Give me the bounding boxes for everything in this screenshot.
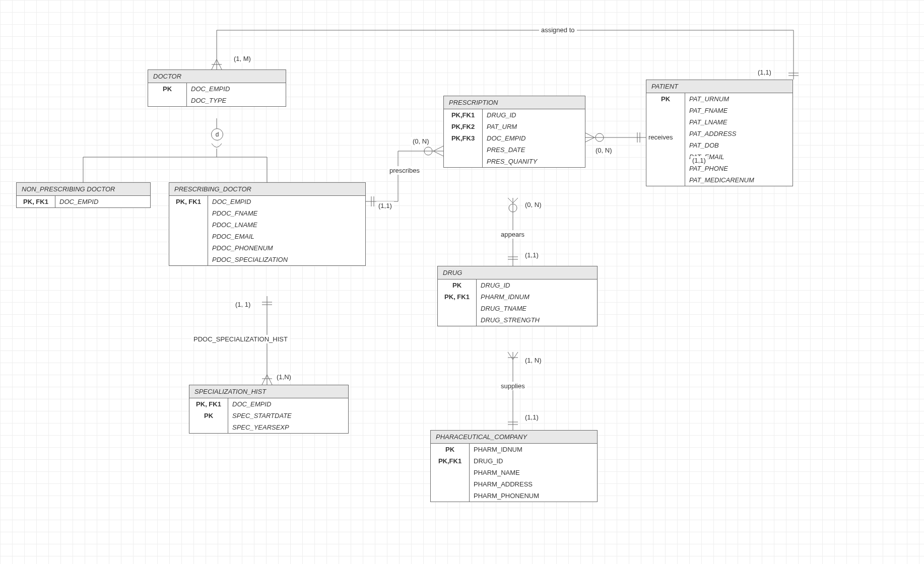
attr-cell: PAT_LNAME	[685, 116, 793, 128]
entity-prescription: PRESCRIPTION PK,FK1DRUG_IDPK,FK2PAT_URMP…	[443, 96, 585, 168]
attr-cell: SPEC_YEARSEXP	[228, 421, 349, 433]
attr-cell: PAT_ADDRESS	[685, 128, 793, 139]
entity-doctor: DOCTOR PKDOC_EMPIDDOC_TYPE	[148, 69, 286, 107]
attr-cell: DOC_EMPID	[228, 398, 349, 410]
entity-prescribing-title: PRESCRIBING_DOCTOR	[169, 183, 365, 196]
key-cell	[646, 105, 685, 116]
key-cell	[444, 144, 483, 156]
key-cell: PK,FK3	[444, 132, 483, 144]
key-cell: PK, FK1	[438, 291, 477, 303]
key-cell	[444, 156, 483, 167]
key-cell	[646, 174, 685, 186]
attr-cell: PDOC_PHONENUM	[208, 242, 366, 254]
rel-receives-label: receives	[646, 133, 675, 142]
key-cell	[431, 478, 470, 490]
key-cell	[169, 231, 208, 242]
rel-receives-card-right: (1,1)	[690, 156, 708, 165]
entity-spec-hist: SPECIALIZATION_HIST PK, FK1DOC_EMPIDPKSP…	[189, 385, 349, 434]
rel-supplies-label: supplies	[499, 382, 527, 390]
entity-prescribing: PRESCRIBING_DOCTOR PK, FK1DOC_EMPIDPDOC_…	[169, 182, 366, 266]
attr-cell: DRUG_TNAME	[477, 303, 598, 314]
attr-cell: PDOC_FNAME	[208, 207, 366, 219]
attr-cell: PHARM_IDNUM	[477, 291, 598, 303]
rel-spechist-label: PDOC_SPECIALIZATION_HIST	[191, 335, 290, 343]
key-cell	[169, 219, 208, 231]
attr-cell: DOC_EMPID	[208, 196, 366, 207]
rel-assigned-card-left: (1, M)	[232, 54, 253, 63]
attr-cell: PHARM_NAME	[470, 467, 598, 478]
key-cell: PK, FK1	[17, 196, 55, 207]
entity-drug-title: DRUG	[438, 266, 597, 279]
rel-prescribes-card-left: (1,1)	[376, 201, 394, 210]
rel-appears-card-bottom: (1,1)	[523, 251, 541, 259]
attr-cell: PRES_QUANITY	[483, 156, 585, 167]
attr-cell: DRUG_STRENGTH	[477, 314, 598, 326]
rel-appears-card-right: (0, N)	[523, 200, 544, 209]
key-cell	[646, 116, 685, 128]
rel-supplies-card-bottom: (1,1)	[523, 413, 541, 421]
key-cell: PK	[646, 93, 685, 105]
key-cell: PK,FK1	[431, 455, 470, 467]
rel-assigned-label: assigned to	[539, 26, 577, 34]
attr-cell: PHARM_IDNUM	[470, 444, 598, 455]
key-cell: PK, FK1	[169, 196, 208, 207]
key-cell	[169, 242, 208, 254]
key-cell: PK	[438, 279, 477, 291]
attr-cell: SPEC_STARTDATE	[228, 410, 349, 421]
attr-cell: PHARM_ADDRESS	[470, 478, 598, 490]
attr-cell: PAT_MEDICARENUM	[685, 174, 793, 186]
entity-non-prescribing-title: NON_PRESCRIBING DOCTOR	[17, 183, 150, 196]
attr-cell: DOC_EMPID	[187, 83, 286, 95]
entity-patient-title: PATIENT	[646, 80, 793, 93]
rel-assigned-card-right: (1,1)	[756, 68, 773, 77]
attr-cell: PRES_DATE	[483, 144, 585, 156]
key-cell: PK, FK1	[189, 398, 228, 410]
entity-doctor-title: DOCTOR	[148, 70, 286, 83]
entity-non-prescribing: NON_PRESCRIBING DOCTOR PK, FK1DOC_EMPID	[16, 182, 151, 208]
entity-prescription-title: PRESCRIPTION	[444, 96, 585, 109]
rel-receives-card-left: (0, N)	[593, 146, 614, 155]
attr-cell: PAT_FNAME	[685, 105, 793, 116]
disjoint-indicator: d	[211, 128, 223, 140]
attr-cell: PDOC_SPECIALIZATION	[208, 254, 366, 265]
attr-cell: PHARM_PHONENUM	[470, 490, 598, 502]
entity-pharma-title: PHARACEUTICAL_COMPANY	[431, 431, 597, 444]
attr-cell: PDOC_EMAIL	[208, 231, 366, 242]
rel-spechist-card-left: (1, 1)	[233, 300, 252, 309]
entity-drug: DRUG PKDRUG_IDPK, FK1PHARM_IDNUMDRUG_TNA…	[437, 266, 598, 326]
key-cell	[148, 95, 187, 106]
key-cell	[646, 151, 685, 163]
key-cell: PK,FK1	[444, 109, 483, 121]
entity-spec-hist-title: SPECIALIZATION_HIST	[189, 385, 348, 398]
attr-cell: DRUG_ID	[483, 109, 585, 121]
attr-cell: DRUG_ID	[470, 455, 598, 467]
rel-appears-label: appears	[499, 230, 526, 239]
attr-cell: PAT_DOB	[685, 139, 793, 151]
attr-cell: DOC_TYPE	[187, 95, 286, 106]
key-cell: PK	[148, 83, 187, 95]
key-cell	[431, 467, 470, 478]
key-cell	[646, 163, 685, 174]
attr-cell: DOC_EMPID	[483, 132, 585, 144]
key-cell	[438, 303, 477, 314]
attr-cell: PDOC_LNAME	[208, 219, 366, 231]
key-cell	[431, 490, 470, 502]
rel-spechist-card-right: (1,N)	[275, 373, 293, 381]
attr-cell: DOC_EMPID	[55, 196, 151, 207]
rel-prescribes-card-right: (0, N)	[411, 137, 431, 146]
key-cell	[169, 207, 208, 219]
key-cell: PK	[431, 444, 470, 455]
attr-cell: PAT_URM	[483, 121, 585, 132]
key-cell	[169, 254, 208, 265]
key-cell	[189, 421, 228, 433]
key-cell: PK	[189, 410, 228, 421]
rel-prescribes-label: prescribes	[387, 166, 422, 175]
rel-supplies-card-top: (1, N)	[523, 356, 544, 365]
entity-pharma: PHARACEUTICAL_COMPANY PKPHARM_IDNUMPK,FK…	[430, 430, 598, 502]
key-cell: PK,FK2	[444, 121, 483, 132]
key-cell	[438, 314, 477, 326]
attr-cell: DRUG_ID	[477, 279, 598, 291]
attr-cell: PAT_URNUM	[685, 93, 793, 105]
